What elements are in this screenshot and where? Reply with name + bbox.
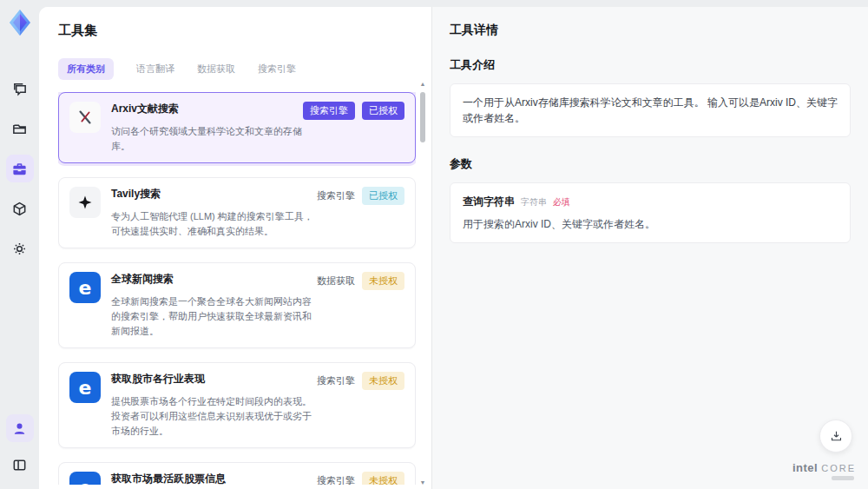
chat-icon — [11, 81, 28, 97]
tavily-star-icon — [69, 187, 101, 218]
intro-heading: 工具介绍 — [450, 57, 851, 73]
param-card: 查询字符串 字符串 必填 用于搜索的Arxiv ID、关键字或作者姓名。 — [450, 182, 851, 243]
intro-card: 一个用于从Arxiv存储库搜索科学论文和文章的工具。 输入可以是Arxiv ID… — [450, 83, 851, 137]
tool-card-sector-performance[interactable]: e 获取股市各行业表现 搜索引擎 未授权 提供股票市场各个行业在特定时间段内的表… — [58, 362, 416, 448]
intel-ultra-mark — [832, 476, 854, 480]
list-scrollbar[interactable]: ▲ ▼ — [418, 80, 427, 487]
tool-card-list: Arxiv文献搜索 搜索引擎 已授权 访问各个研究领域大量科学论文和文章的存储库… — [58, 92, 416, 485]
auth-status-badge: 已授权 — [362, 187, 404, 205]
user-icon — [11, 420, 28, 437]
scroll-down-arrow-icon[interactable]: ▼ — [420, 479, 426, 487]
tool-card-global-news[interactable]: e 全球新闻搜索 数据获取 未授权 全球新闻搜索是一个聚合全球各大新闻网站内容的… — [58, 262, 416, 348]
cube-icon — [11, 201, 28, 217]
auth-status-badge: 未授权 — [362, 272, 404, 290]
arxiv-logo-icon — [69, 102, 101, 133]
param-description: 用于搜索的Arxiv ID、关键字或作者姓名。 — [463, 216, 838, 232]
tool-card-arxiv[interactable]: Arxiv文献搜索 搜索引擎 已授权 访问各个研究领域大量科学论文和文章的存储库… — [58, 92, 416, 163]
tool-detail-panel: 工具详情 工具介绍 一个用于从Arxiv存储库搜索科学论文和文章的工具。 输入可… — [431, 7, 868, 489]
toolbox-icon — [11, 161, 28, 177]
intel-core-logo: intel CORE — [792, 462, 856, 480]
download-button[interactable] — [819, 420, 852, 453]
app-logo-icon — [7, 9, 33, 36]
core-wordmark: CORE — [821, 464, 856, 473]
sidebar-item-chat[interactable] — [6, 75, 34, 102]
tab-all-categories[interactable]: 所有类别 — [58, 58, 114, 80]
sidebar-item-account[interactable] — [6, 414, 34, 442]
tool-card-active-stocks[interactable]: e 获取市场最活跃股票信息 搜索引擎 未授权 提供当天交易量最高的股票列表，投资… — [58, 462, 416, 485]
params-heading: 参数 — [450, 156, 851, 172]
sidebar-item-tools[interactable] — [6, 155, 34, 182]
category-label: 搜索引擎 — [317, 474, 355, 485]
tab-data-acquisition[interactable]: 数据获取 — [197, 63, 235, 76]
tool-description: 专为人工智能代理 (LLM) 构建的搜索引擎工具，可快速提供实时、准确和真实的结… — [111, 209, 318, 239]
intel-wordmark: intel — [792, 462, 818, 473]
category-label: 搜索引擎 — [317, 374, 355, 387]
category-tabs: 所有类别 语言翻译 数据获取 搜索引擎 — [58, 58, 431, 80]
tool-card-tavily[interactable]: Tavily搜索 搜索引擎 已授权 专为人工智能代理 (LLM) 构建的搜索引擎… — [58, 177, 416, 248]
tool-description: 全球新闻搜索是一个聚合全球各大新闻网站内容的搜索引擎，帮助用户快速获取全球最新资… — [111, 294, 318, 339]
folder-icon — [11, 121, 28, 137]
tool-description: 提供股票市场各个行业在特定时间段内的表现。投资者可以利用这些信息来识别表现优于或… — [111, 394, 318, 439]
tab-search-engine[interactable]: 搜索引擎 — [258, 63, 296, 76]
scrollbar-thumb[interactable] — [420, 92, 425, 142]
category-badge: 搜索引擎 — [303, 102, 355, 120]
auth-status-badge: 未授权 — [362, 472, 404, 485]
sidebar-item-files[interactable] — [6, 115, 34, 142]
tool-name: 获取市场最活跃股票信息 — [111, 472, 226, 485]
tool-name: 获取股市各行业表现 — [111, 372, 205, 387]
auth-status-badge: 未授权 — [362, 372, 404, 390]
tool-description: 访问各个研究领域大量科学论文和文章的存储库。 — [111, 124, 318, 154]
content-shell: 工具集 所有类别 语言翻译 数据获取 搜索引擎 Arxiv文献搜索 — [39, 7, 868, 489]
tab-language-translation[interactable]: 语言翻译 — [136, 63, 174, 76]
sidebar-item-settings[interactable] — [6, 235, 34, 262]
sidebar-toggle[interactable] — [6, 451, 34, 479]
category-label: 搜索引擎 — [317, 189, 355, 202]
param-required-label: 必填 — [553, 195, 570, 208]
param-name: 查询字符串 — [463, 194, 515, 209]
download-icon — [829, 429, 844, 444]
sidebar-item-models[interactable] — [6, 195, 34, 222]
tool-list-panel: 工具集 所有类别 语言翻译 数据获取 搜索引擎 Arxiv文献搜索 — [39, 7, 431, 489]
tool-name: Tavily搜索 — [111, 187, 161, 202]
news-blue-icon: e — [69, 272, 101, 303]
stocks-blue-icon: e — [69, 472, 101, 485]
scroll-up-arrow-icon[interactable]: ▲ — [420, 80, 426, 89]
page-title: 工具集 — [58, 23, 431, 39]
tool-name: Arxiv文献搜索 — [111, 102, 179, 116]
panel-toggle-icon — [11, 457, 28, 473]
tool-name: 全球新闻搜索 — [111, 272, 174, 287]
left-rail — [0, 0, 39, 489]
detail-title: 工具详情 — [450, 23, 851, 38]
settings-gear-icon — [11, 241, 28, 257]
auth-status-badge: 已授权 — [362, 102, 404, 120]
category-label: 数据获取 — [317, 274, 355, 287]
param-type: 字符串 — [521, 195, 547, 208]
finance-blue-icon: e — [69, 372, 101, 403]
